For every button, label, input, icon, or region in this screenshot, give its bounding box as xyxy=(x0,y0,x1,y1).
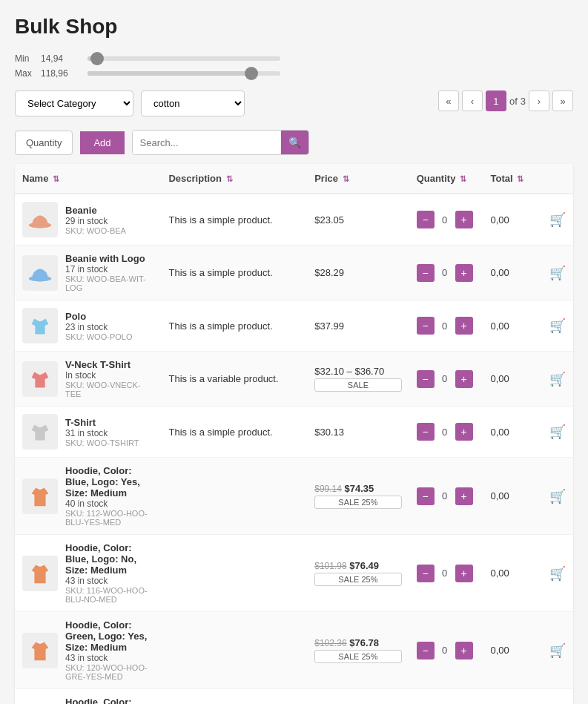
filter-select[interactable]: cottonpolyesterwool xyxy=(141,91,245,116)
product-name: Polo xyxy=(65,311,132,322)
qty-minus-btn[interactable]: − xyxy=(417,642,435,659)
product-name: V-Neck T-Shirt xyxy=(65,359,153,370)
product-sku: SKU: WOO-VNECK-TEE xyxy=(65,381,153,398)
product-total: 0,00 xyxy=(483,194,542,246)
product-stock: 31 in stock xyxy=(65,428,139,438)
add-to-cart-icon[interactable]: 🛒 xyxy=(549,318,566,333)
qty-sort-icon[interactable]: ⇅ xyxy=(460,174,466,183)
qty-minus-btn[interactable]: − xyxy=(417,487,435,505)
price-original-sale: $101.98 $76.49 xyxy=(314,560,401,571)
product-quantity: − 0 + xyxy=(409,689,483,705)
page-info: of xyxy=(509,96,518,107)
product-info: Hoodie, Color: Green, Logo: Yes, Size: M… xyxy=(65,619,153,681)
qty-minus-btn[interactable]: − xyxy=(417,423,435,441)
price-original-sale: $102.36 $76.78 xyxy=(314,637,401,648)
qty-minus-btn[interactable]: − xyxy=(417,317,435,335)
max-track xyxy=(87,71,280,76)
qty-plus-btn[interactable]: + xyxy=(455,264,473,282)
product-stock: 43 in stock xyxy=(65,576,153,586)
qty-plus-btn[interactable]: + xyxy=(455,487,473,505)
product-image xyxy=(22,255,58,291)
table-row: Hoodie, Color: Green, Logo: Yes, Size: M… xyxy=(15,612,573,689)
col-header-price: Price ⇅ xyxy=(307,164,409,194)
product-info: Hoodie, Color: Blue, Logo: No, Size: Med… xyxy=(65,542,153,604)
product-sku: SKU: 112-WOO-HOO-BLU-YES-MED xyxy=(65,509,153,527)
min-thumb[interactable] xyxy=(90,52,104,65)
qty-plus-btn[interactable]: + xyxy=(455,370,473,388)
prev-page-btn[interactable]: ‹ xyxy=(462,91,483,111)
search-button[interactable]: 🔍 xyxy=(281,131,308,154)
right-controls: « ‹ 1 of 3 › » xyxy=(438,91,573,122)
add-to-cart-icon[interactable]: 🛒 xyxy=(549,372,566,386)
max-thumb[interactable] xyxy=(245,67,258,80)
qty-plus-btn[interactable]: + xyxy=(455,317,473,335)
qty-minus-btn[interactable]: − xyxy=(417,264,435,282)
product-cell: Beanie with Logo 17 in stock SKU: WOO-BE… xyxy=(15,246,161,300)
product-info: Beanie with Logo 17 in stock SKU: WOO-BE… xyxy=(65,253,153,292)
quantity-group: Quantity xyxy=(15,131,73,155)
qty-minus-btn[interactable]: − xyxy=(417,211,435,228)
add-to-cart-icon[interactable]: 🛒 xyxy=(549,643,566,658)
add-to-cart-icon[interactable]: 🛒 xyxy=(549,424,566,439)
current-page-btn[interactable]: 1 xyxy=(486,91,506,111)
cart-cell: 🛒 xyxy=(542,535,573,612)
svg-point-1 xyxy=(29,223,51,228)
add-to-cart-icon[interactable]: 🛒 xyxy=(549,489,566,504)
col-header-name: Name ⇅ xyxy=(15,164,161,194)
qty-value: 0 xyxy=(437,645,452,656)
next-page-btn[interactable]: › xyxy=(529,91,549,111)
product-description xyxy=(161,612,307,689)
first-page-btn[interactable]: « xyxy=(438,91,459,111)
product-description xyxy=(161,689,307,705)
product-info: Hoodie, Color: Blue, Logo: Yes, Size: Me… xyxy=(65,465,153,527)
add-to-cart-icon[interactable]: 🛒 xyxy=(549,212,566,227)
col-header-cart xyxy=(542,164,573,194)
total-sort-icon[interactable]: ⇅ xyxy=(517,174,523,183)
product-price: $37.99 xyxy=(307,300,409,352)
product-description xyxy=(161,458,307,535)
svg-point-3 xyxy=(29,275,51,281)
name-sort-icon[interactable]: ⇅ xyxy=(53,174,59,183)
qty-plus-btn[interactable]: + xyxy=(455,565,473,582)
qty-value: 0 xyxy=(437,267,452,278)
product-stock: In stock xyxy=(65,370,153,381)
price-original-sale: $99.14 $74.35 xyxy=(314,483,401,494)
add-to-cart-icon[interactable]: 🛒 xyxy=(549,266,566,280)
qty-plus-btn[interactable]: + xyxy=(455,423,473,441)
desc-sort-icon[interactable]: ⇅ xyxy=(226,174,233,183)
search-input[interactable] xyxy=(133,131,281,154)
add-to-cart-icon[interactable]: 🛒 xyxy=(549,566,566,581)
price-value: $37.99 xyxy=(314,320,344,332)
qty-plus-btn[interactable]: + xyxy=(455,211,473,228)
table-row: T-Shirt 31 in stock SKU: WOO-TSHIRT This… xyxy=(15,407,573,458)
product-name: Hoodie, Color: Green, Logo: Yes, Size: M… xyxy=(65,619,153,653)
qty-plus-btn[interactable]: + xyxy=(455,642,473,659)
product-name: Beanie xyxy=(65,205,126,216)
qty-minus-btn[interactable]: − xyxy=(417,370,435,388)
col-header-total: Total ⇅ xyxy=(483,164,542,194)
last-page-btn[interactable]: » xyxy=(552,91,573,111)
filter-controls: Select CategoryT-ShirtsHoodiesAccessorie… xyxy=(15,91,245,116)
product-info: Hoodie, Color: Green, Logo: No, Size: Me… xyxy=(65,697,153,704)
product-quantity: − 0 + xyxy=(409,300,483,352)
sale-badge: SALE 25% xyxy=(314,573,401,586)
product-quantity: − 0 + xyxy=(409,407,483,458)
product-sku: SKU: WOO-BEA xyxy=(65,226,126,235)
product-price: $32.10 – $36.70 SALE xyxy=(307,352,409,407)
product-price: $28.29 xyxy=(307,246,409,300)
product-quantity: − 0 + xyxy=(409,612,483,689)
product-image xyxy=(22,633,58,668)
product-image xyxy=(22,478,58,514)
product-sku: SKU: WOO-TSHIRT xyxy=(65,438,139,447)
product-sku: SKU: 120-WOO-HOO-GRE-YES-MED xyxy=(65,663,153,681)
qty-minus-btn[interactable]: − xyxy=(417,565,435,582)
min-value: 14,94 xyxy=(41,53,82,64)
add-button[interactable]: Add xyxy=(80,131,124,154)
table-row: Beanie 29 in stock SKU: WOO-BEA This is … xyxy=(15,194,573,246)
category-select[interactable]: Select CategoryT-ShirtsHoodiesAccessorie… xyxy=(15,91,133,116)
sale-badge: SALE 25% xyxy=(314,496,401,509)
product-info: Polo 23 in stock SKU: WOO-POLO xyxy=(65,311,132,341)
product-description: This is a simple product. xyxy=(161,407,307,458)
product-total: 0,00 xyxy=(483,458,542,535)
price-sort-icon[interactable]: ⇅ xyxy=(343,174,349,183)
